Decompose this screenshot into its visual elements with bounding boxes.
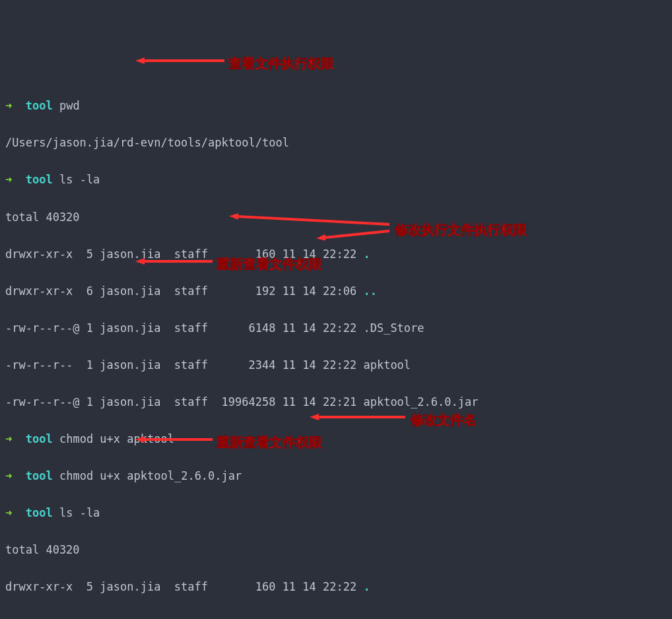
file-perms: drwxr-xr-x 5 jason.jia staff 160 11 14 2… xyxy=(5,247,363,261)
cmd-text: ls -la xyxy=(59,173,100,186)
prompt-arrow: ➜ xyxy=(5,173,12,186)
output-line: -rw-r--r-- 1 jason.jia staff 2344 11 14 … xyxy=(5,356,667,374)
output-line: drwxr-xr-x 6 jason.jia staff 192 11 14 2… xyxy=(5,282,667,300)
cmd-text: chmod u+x apktool xyxy=(59,432,174,445)
cmd-line-ls2: ➜ tool ls -la xyxy=(5,504,667,522)
output-line: drwxr-xr-x 5 jason.jia staff 160 11 14 2… xyxy=(5,577,667,596)
prompt-dir: tool xyxy=(26,99,53,112)
output-line: total 40320 xyxy=(5,208,667,226)
prompt-dir: tool xyxy=(26,432,53,445)
cmd-text: chmod u+x apktool_2.6.0.jar xyxy=(59,469,242,482)
file-perms: drwxr-xr-x 6 jason.jia staff 192 11 14 2… xyxy=(5,284,363,298)
file-perms: drwxr-xr-x 5 jason.jia staff 160 11 14 2… xyxy=(5,580,363,593)
dir-dot: . xyxy=(363,580,370,593)
output-line: /Users/jason.jia/rd-evn/tools/apktool/to… xyxy=(5,133,667,152)
cmd-text: ls -la xyxy=(59,506,100,519)
prompt-arrow: ➜ xyxy=(5,99,12,112)
prompt-arrow: ➜ xyxy=(5,432,12,445)
cmd-line-chmod2: ➜ tool chmod u+x apktool_2.6.0.jar xyxy=(5,467,667,485)
prompt-arrow: ➜ xyxy=(5,506,12,519)
cmd-line-ls: ➜ tool ls -la xyxy=(5,170,667,189)
cmd-line-chmod1: ➜ tool chmod u+x apktool xyxy=(5,430,667,448)
prompt-dir: tool xyxy=(26,173,53,186)
annotation-check-perms: 查看文件执行权限 xyxy=(228,53,334,75)
prompt-arrow: ➜ xyxy=(5,469,12,482)
output-line: total 40320 xyxy=(5,540,667,559)
dir-dotdot: .. xyxy=(363,284,376,298)
cmd-text: pwd xyxy=(59,99,80,112)
prompt-dir: tool xyxy=(26,469,53,482)
output-line: -rw-r--r--@ 1 jason.jia staff 19964258 1… xyxy=(5,393,667,411)
output-line: drwxr-xr-x 6 jason.jia staff 192 11 14 2… xyxy=(5,615,667,619)
cmd-line-pwd: ➜ tool pwd xyxy=(5,96,667,115)
output-line: drwxr-xr-x 5 jason.jia staff 160 11 14 2… xyxy=(5,245,667,263)
prompt-dir: tool xyxy=(26,506,53,519)
terminal-output: ➜ tool pwd /Users/jason.jia/rd-evn/tools… xyxy=(5,78,667,619)
dir-dot: . xyxy=(363,247,370,261)
output-line: -rw-r--r--@ 1 jason.jia staff 6148 11 14… xyxy=(5,319,667,337)
